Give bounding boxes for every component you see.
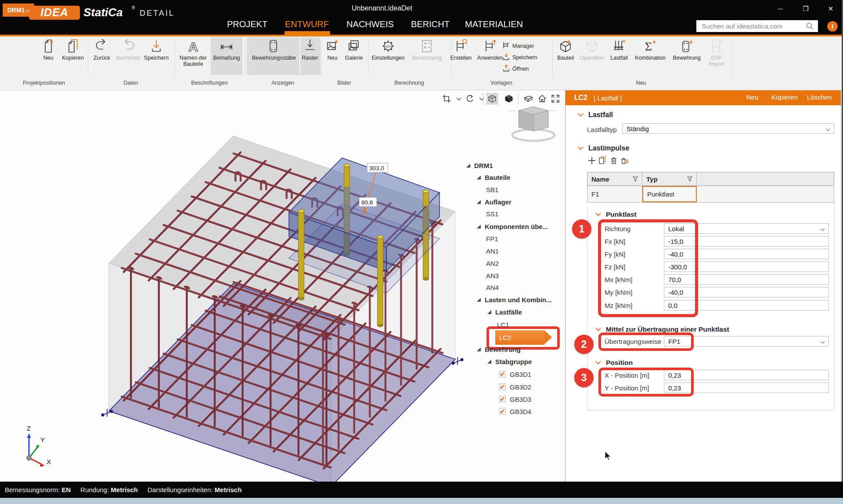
ribbon-button-dxf: DXFDXF Import [695,38,738,67]
status-einheiten: Darstellungseinheiten: Metrisch [148,486,241,493]
add-impulse-icon[interactable] [587,156,596,165]
ribbon-button-stirrup[interactable]: Bewehrungsstäbe [252,38,294,61]
svg-text:Σ: Σ [645,39,652,53]
annotation-circle-2: 2 [574,335,594,354]
section-position[interactable]: Position [606,359,633,367]
chevron-down-icon [821,226,825,231]
impulse-name-cell[interactable]: F1 [587,186,642,202]
status-bar: Bemessungsnorm: EN Rundung: Metrisch Dar… [0,482,843,498]
grid-right-line [834,203,835,410]
selected-object-type: [ Lastfall ] [594,94,622,102]
ribbon-stack-save-small[interactable]: Speichern [502,53,537,62]
ribbon-group-label-4: Bilder [337,80,351,86]
panel-right-border [841,90,841,482]
annotation-box-1 [598,219,698,317]
chevron-down-icon [826,126,830,131]
annotation-box-2 [598,332,694,351]
statica-logo-text: StatiCa [83,6,123,19]
status-bemessungsnorm: Bemessungsnorm: EN [5,486,71,493]
section-lastimpulse[interactable]: Lastimpulse [588,144,629,152]
mouse-cursor [604,451,613,461]
nav-cube[interactable] [509,107,556,141]
svg-text:DXF: DXF [713,45,720,49]
restore-button[interactable]: ❐ [799,4,812,14]
ribbon-group-label-5: Berechnung [394,80,424,86]
ribbon-button-sigma[interactable]: ΣKombination [629,38,671,61]
status-rundung: Rundung: Metrisch [80,486,138,493]
impulse-typ-cell[interactable]: Punktlast [642,186,697,202]
close-button[interactable]: ✕ [824,4,837,14]
registered-mark: ® [132,5,135,10]
stirrup-icon [252,38,294,55]
axis-z-label: Z [27,425,31,432]
anchor-bolt [378,236,383,327]
ribbon: ProjektpositionenNeuKopierenDatenZurückN… [0,36,843,90]
anchor-bolt [299,210,304,300]
taskbar-strip [0,498,843,504]
window-title: Unbenannt.ideaDet [321,4,443,12]
menu-tab-materialien[interactable]: MATERIALIEN [465,19,523,32]
section-punktlast[interactable]: Punktlast [606,211,637,218]
chevron-down-icon [821,339,825,343]
filter-icon[interactable] [632,176,638,182]
column-name[interactable]: Name [587,172,642,186]
column-typ[interactable]: Typ [642,172,697,186]
project-position-selector[interactable]: DRM1 [3,4,34,17]
search-input[interactable]: Suchen auf ideastatica.com [696,20,818,32]
delete-impulse-icon[interactable] [609,156,618,165]
axis-y-label: Y [40,436,45,443]
chevron-down-icon [26,8,30,12]
annotation-circle-1: 1 [572,219,591,239]
delete-all-impulses-icon[interactable] [620,156,629,165]
panel-action-loeschen[interactable]: Löschen [807,93,832,101]
impulse-row-f1[interactable]: F1 Punktlast [587,186,834,203]
selected-object-name: LC2 [574,94,587,102]
minimize-button[interactable]: ─ [774,4,787,14]
section-lastfall[interactable]: Lastfall [588,111,613,119]
column-empty [697,172,834,186]
annotation-box-3 [598,368,694,397]
sigma-icon: Σ [629,38,671,55]
lastfalltyp-label: Lastfalltyp [587,126,617,133]
ribbon-button-gear[interactable]: </>Einstellungen [367,38,409,61]
filter-icon[interactable] [687,176,693,182]
svg-text:A: A [188,39,198,54]
menu-tab-bericht[interactable]: BERICHT [411,19,450,32]
panel-action-kopieren[interactable]: Kopieren [771,93,798,101]
impulse-empty-cell [697,186,834,202]
product-name: DETAIL [140,9,175,18]
panel-action-neu[interactable]: Neu [746,93,759,101]
ribbon-stack-open-small[interactable]: Öffnen [502,64,529,73]
ribbon-group-label-6: Vorlagen [490,80,512,86]
dim-label-secondary: 80,6 [361,199,373,206]
grid-bottom-line [587,410,834,411]
open-small-icon [502,64,510,73]
dimension-icon [205,38,248,55]
search-icon [806,22,814,31]
info-button[interactable]: i [827,21,838,32]
save-small-icon [502,53,510,62]
manager-icon [502,41,510,50]
menu-tab-entwurf[interactable]: ENTWURF [285,19,329,32]
annotation-circle-3: 3 [574,368,594,387]
menu-tab-projekt[interactable]: PROJEKT [227,19,267,32]
active-tab-underline [285,31,330,35]
ribbon-group-label-3: Anzeigen [271,80,294,86]
ribbon-group-label-0: Projektpositionen [23,80,65,86]
ribbon-group-label-2: Beschriftungen [191,80,227,86]
axis-widget: ZYX [27,425,51,467]
lastfalltyp-dropdown[interactable]: Ständig [622,123,834,134]
ribbon-stack-manager[interactable]: Manager [502,41,534,50]
dxf-icon: DXF [695,38,738,55]
gear-icon: </> [367,38,409,55]
menu-tab-nachweis[interactable]: NACHWEIS [346,19,394,32]
ribbon-group-label-1: Daten [123,80,138,86]
ribbon-button-save[interactable]: Speichern [135,38,177,61]
svg-text:</>: </> [385,44,391,49]
viewport-3d-scene[interactable]: 303,080,6ZYX [0,90,565,482]
axis-x-label: X [47,458,51,465]
impulse-table-header: Name Typ [587,172,834,186]
ribbon-button-dimension[interactable]: Bemaßung [205,38,248,61]
copy-impulse-icon[interactable] [598,156,607,165]
search-placeholder: Suchen auf ideastatica.com [702,22,806,30]
